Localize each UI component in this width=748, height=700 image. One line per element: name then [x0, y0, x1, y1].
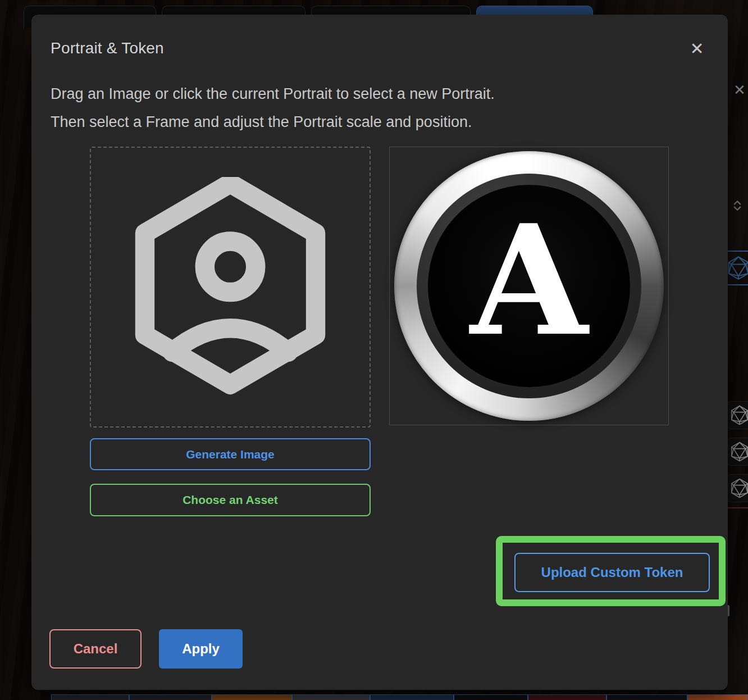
dice-button-2[interactable]: [727, 438, 748, 466]
dice-button-1[interactable]: [727, 401, 748, 429]
thumbnail-2[interactable]: [129, 694, 212, 700]
thumbnail-strip: [51, 694, 748, 700]
token-image: A: [428, 185, 630, 387]
thumbnail-4[interactable]: [292, 694, 370, 700]
close-icon[interactable]: ✕: [687, 39, 706, 58]
token-letter: A: [470, 204, 588, 356]
d20-icon: [729, 440, 748, 463]
choose-asset-button[interactable]: Choose an Asset: [90, 484, 371, 516]
token-metal-frame: A: [394, 151, 664, 421]
token-preview[interactable]: A: [389, 147, 669, 425]
red-divider: [728, 507, 748, 508]
instruction-line-1: Drag an Image or click the current Portr…: [51, 85, 495, 103]
dialog-title: Portrait & Token: [51, 39, 164, 57]
portrait-dropzone[interactable]: [90, 147, 371, 428]
thumbnail-1[interactable]: [51, 694, 129, 700]
background-close-icon[interactable]: ✕: [732, 82, 747, 98]
generate-image-button[interactable]: Generate Image: [90, 438, 371, 470]
d20-icon: [726, 253, 748, 283]
portrait-token-dialog: Portrait & Token ✕ Drag an Image or clic…: [31, 15, 728, 690]
d20-icon: [729, 403, 748, 427]
sort-chevrons-icon[interactable]: [732, 198, 742, 213]
dice-button-3[interactable]: [727, 474, 748, 502]
cancel-button[interactable]: Cancel: [49, 629, 142, 669]
instruction-line-2: Then select a Frame and adjust the Portr…: [51, 113, 472, 131]
upload-custom-token-button[interactable]: Upload Custom Token: [514, 553, 710, 592]
thumbnail-9[interactable]: [687, 694, 748, 700]
token-bezel: A: [417, 174, 641, 398]
thumbnail-6[interactable]: [454, 694, 528, 700]
hexagon-avatar-icon: [129, 177, 332, 397]
thumbnail-5[interactable]: [370, 694, 454, 700]
thumbnail-8[interactable]: [606, 694, 687, 700]
apply-button[interactable]: Apply: [159, 629, 243, 669]
thumbnail-3[interactable]: [212, 694, 292, 700]
thumbnail-7[interactable]: [528, 694, 606, 700]
dice-roll-selected[interactable]: [728, 251, 748, 285]
d20-icon: [729, 476, 748, 500]
